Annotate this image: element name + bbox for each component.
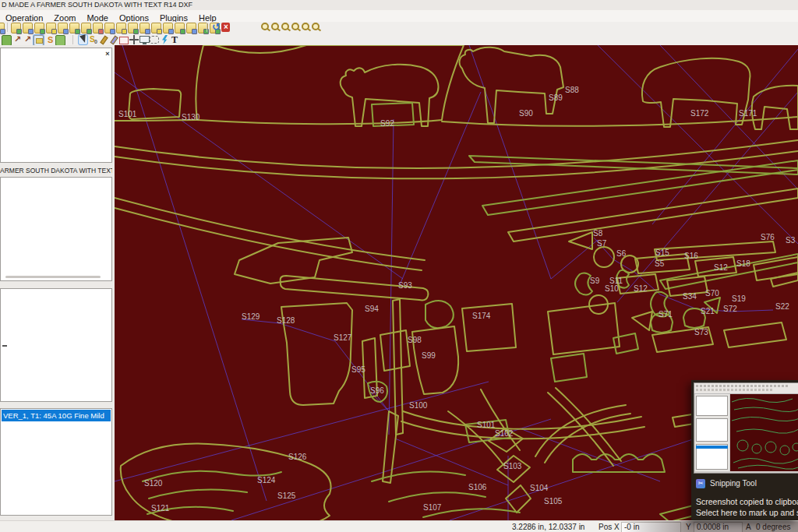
remove-contour-icon[interactable] [93,23,103,33]
shape-label-s101: S101 [118,110,137,118]
shape-label-s171: S171 [739,109,757,118]
ungroup-parts-icon[interactable] [116,23,126,33]
group-parts-icon[interactable] [104,23,115,33]
import-part-icon[interactable] [11,23,21,33]
zoom-part-icon[interactable] [301,23,309,32]
part-file-name[interactable]: ARMER SOUTH DAKOTA WITH TEXT R14 DXF [0,164,112,177]
clipped-part-icon[interactable] [0,23,5,33]
copy-part-icon[interactable] [58,23,68,33]
sidebar: × ARMER SOUTH DAKOTA WITH TEXT R14 DXF V… [0,45,115,520]
offset-part-icon[interactable] [186,23,196,33]
shape-label-s8: S8 [593,229,603,238]
shape-label-s5: S5 [655,259,665,268]
move-path-icon[interactable] [109,35,118,44]
shape-label-s90: S90 [519,109,533,118]
move-origin-icon[interactable] [129,35,138,44]
a-input[interactable]: 0 degrees [753,522,798,532]
app-window: D MADE A FARMER SOUTH DAKOTA WITH TEXT R… [0,0,798,532]
rect-select-icon[interactable] [119,35,128,44]
notification-line1[interactable]: Screenshot copied to clipboard an [696,497,798,506]
shape-label-s73: S73 [694,328,708,336]
shape-label-s128: S128 [277,316,295,325]
shape-label-s102: S102 [495,429,514,438]
shape-label-s21: S21 [701,307,715,315]
shape-label-s3: S3 [786,236,796,245]
shape-label-s72: S72 [723,305,737,313]
align-parts-icon[interactable] [139,23,150,33]
part-list-panel[interactable] [0,177,112,281]
run-post-icon[interactable] [23,35,32,44]
shape-label-s106: S106 [468,483,487,491]
screenshot-thumbnail[interactable] [694,382,798,474]
thumbnail-selected-row [696,446,728,449]
zoom-window-icon[interactable] [281,23,289,32]
shape-label-s12: S12 [714,263,728,272]
select-cursor-icon[interactable] [79,35,87,44]
shape-label-s124: S124 [257,476,276,484]
rotate-part-icon[interactable] [151,23,161,33]
shape-label-s15: S15 [655,248,669,257]
undo-icon[interactable] [211,23,220,32]
paste-part-icon[interactable] [69,23,79,33]
layers-panel[interactable]: VER_1, T1: 45A 10G Fine Mild [0,408,112,516]
mirror-part-icon[interactable] [163,23,173,33]
shape-label-s16: S16 [684,252,698,260]
shape-label-s22: S22 [775,302,789,311]
delete-part-icon[interactable] [221,23,230,32]
array-part-icon[interactable] [46,23,56,33]
operations-panel[interactable] [0,288,112,402]
add-contour-icon[interactable] [81,23,91,33]
scale-part-icon[interactable] [175,23,185,33]
shape-label-s121: S121 [151,504,170,513]
shape-label-s101: S101 [477,421,496,429]
shape-label-s100: S100 [409,401,428,410]
shape-label-s18: S18 [736,259,750,268]
shape-label-s129: S129 [242,312,260,321]
insert-part-icon[interactable] [23,23,33,33]
zoom-previous-icon[interactable] [311,23,320,32]
list-dash [2,345,7,347]
y-label: Y [686,522,691,532]
y-input[interactable]: 0.0008 in [694,522,743,532]
shape-label-s71: S71 [659,310,673,319]
shape-label-s76: S76 [761,233,775,241]
zoom-extents-icon[interactable] [291,23,299,32]
notification-app-name: Snipping Tool [710,479,757,488]
job-options-icon[interactable] [2,35,12,46]
start-sequence-icon[interactable] [45,35,54,44]
window-title: D MADE A FARMER SOUTH DAKOTA WITH TEXT R… [0,0,798,10]
shape-label-s99: S99 [422,351,436,360]
simulation-icon[interactable] [139,35,148,44]
layer-row-selected[interactable]: VER_1, T1: 45A 10G Fine Mild [2,410,111,421]
text-tool-icon[interactable] [170,35,178,44]
thumbnail-sidebar [695,394,729,471]
start-point-icon[interactable] [89,35,97,44]
nest-parts-icon[interactable] [128,23,138,33]
shape-label-s104: S104 [530,484,549,492]
shape-label-s107: S107 [423,503,442,512]
post-process-icon[interactable] [13,35,22,44]
snipping-tool-icon: ✂ [696,479,705,488]
edit-path-icon[interactable] [99,35,108,44]
duplicate-part-icon[interactable] [34,23,44,33]
shape-label-s89: S89 [549,93,563,102]
part-preview-panel[interactable]: × [0,48,112,163]
set-origin-flag-icon[interactable] [55,35,65,46]
shape-label-s130: S130 [182,113,200,122]
horizontal-scrollbar[interactable] [5,276,101,278]
measure-icon[interactable] [160,35,168,44]
plate-setup-icon[interactable] [34,35,44,46]
status-bar: 3.2286 in, 12.0337 in Pos X -0 in Y 0.00… [0,520,798,532]
close-icon[interactable]: × [103,50,112,58]
snipping-tool-toast[interactable]: ✂ Snipping Tool Screenshot copied to cli… [691,380,798,520]
shape-label-s12: S12 [634,284,648,293]
pos-x-input[interactable]: -0 in [621,522,681,532]
zoom-out-icon[interactable] [270,23,279,32]
shape-label-s7: S7 [597,239,607,248]
notification-line2[interactable]: Select here to mark up and share t [696,508,798,517]
shape-label-s34: S34 [683,292,697,301]
a-label: A [746,522,751,532]
toolbar-main [0,22,798,34]
zoom-in-icon[interactable] [260,23,269,32]
lasso-select-icon[interactable] [150,35,158,44]
